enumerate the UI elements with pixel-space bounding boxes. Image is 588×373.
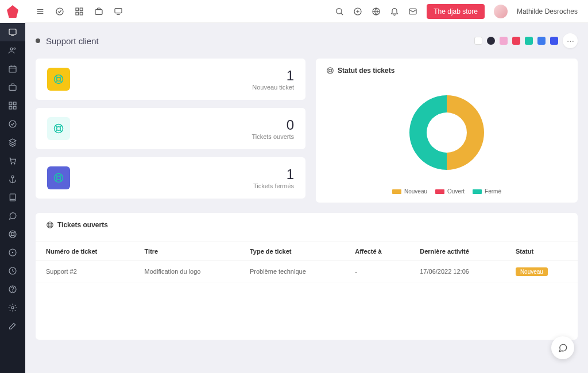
logo[interactable] (0, 0, 25, 23)
col-status: Statut (505, 242, 578, 261)
theme-color-6[interactable] (550, 37, 558, 45)
theme-color-3[interactable] (512, 37, 520, 45)
mail-icon[interactable] (408, 7, 417, 16)
svg-point-76 (49, 224, 52, 227)
col-type: Type de ticket (239, 242, 345, 261)
nav-cart[interactable] (0, 151, 25, 170)
chart-card: Statut des tickets Nouveau Ouvert Fermé (316, 59, 578, 203)
svg-rect-8 (9, 86, 16, 91)
svg-rect-12 (13, 106, 16, 109)
bell-icon[interactable] (390, 7, 399, 16)
legend-item: Ouvert (435, 188, 465, 195)
svg-point-58 (57, 127, 61, 131)
nav-calendar[interactable] (0, 60, 25, 78)
nav-layers[interactable] (0, 133, 25, 151)
nav-grid[interactable] (0, 96, 25, 115)
lifebuoy-icon (326, 67, 334, 75)
stat-card-closed: 1Tickets fermés (36, 157, 305, 199)
table-row[interactable]: Support #2 Modification du logo Problème… (36, 261, 578, 282)
store-button[interactable]: The djab store (427, 4, 485, 19)
col-activity: Dernière activité (409, 242, 505, 261)
lifebuoy-icon (47, 117, 70, 140)
svg-point-2 (10, 48, 13, 50)
nav-edit[interactable] (0, 317, 25, 335)
theme-color-2[interactable] (500, 37, 508, 45)
svg-rect-0 (9, 29, 16, 34)
theme-color-4[interactable] (525, 37, 533, 45)
nav-target[interactable] (0, 243, 25, 262)
grid-icon[interactable] (75, 7, 84, 16)
nav-users[interactable] (0, 41, 25, 60)
donut-chart (398, 84, 496, 181)
svg-rect-9 (9, 102, 12, 105)
svg-point-15 (14, 164, 15, 164)
stat-card-new: 1Nouveau ticket (36, 59, 305, 100)
menu-icon[interactable] (36, 7, 45, 16)
nav-check[interactable] (0, 115, 25, 133)
svg-point-35 (56, 8, 63, 15)
chat-fab[interactable] (551, 336, 574, 359)
theme-color-1[interactable] (487, 37, 495, 45)
sidebar (0, 0, 25, 373)
stat-label: Tickets fermés (253, 182, 294, 189)
svg-point-14 (11, 164, 11, 164)
username-label: Mathilde Desroches (517, 7, 578, 15)
nav-anchor[interactable] (0, 170, 25, 188)
theme-color-5[interactable] (537, 37, 546, 45)
svg-rect-18 (10, 194, 15, 201)
svg-rect-11 (9, 106, 12, 109)
svg-point-3 (14, 48, 16, 49)
svg-rect-10 (13, 102, 16, 105)
nav-briefcase[interactable] (0, 78, 25, 96)
svg-point-31 (11, 306, 14, 309)
stat-value: 1 (253, 166, 294, 182)
nav-clock[interactable] (0, 262, 25, 280)
theme-colors: ⋯ (474, 33, 578, 48)
svg-point-13 (9, 121, 16, 127)
nav-book[interactable] (0, 188, 25, 207)
page-title: Support client (46, 36, 99, 46)
svg-rect-41 (115, 8, 122, 13)
globe-icon[interactable] (372, 7, 381, 16)
topbar: The djab store Mathilde Desroches (25, 0, 588, 23)
col-title: Titre (134, 242, 239, 261)
briefcase-icon[interactable] (94, 7, 103, 16)
col-assignee: Affecté à (345, 242, 409, 261)
svg-point-27 (12, 252, 13, 252)
stat-card-open: 0Tickets ouverts (36, 108, 305, 149)
stat-label: Nouveau ticket (252, 84, 294, 91)
stat-value: 0 (252, 117, 294, 133)
lifebuoy-icon (46, 221, 54, 229)
svg-rect-4 (9, 66, 16, 72)
tickets-table-card: Tickets ouverts Numéro de ticket Titre T… (36, 213, 578, 340)
svg-point-16 (11, 176, 14, 178)
theme-color-0[interactable] (474, 37, 482, 45)
table-title: Tickets ouverts (57, 221, 108, 229)
svg-point-64 (57, 176, 61, 180)
nav-settings[interactable] (0, 298, 25, 317)
tickets-table: Numéro de ticket Titre Type de ticket Af… (36, 242, 578, 282)
svg-rect-37 (80, 8, 83, 11)
monitor-icon[interactable] (114, 7, 123, 16)
search-icon[interactable] (335, 7, 344, 16)
check-icon[interactable] (55, 7, 64, 16)
more-button[interactable]: ⋯ (563, 33, 578, 48)
lifebuoy-icon (47, 166, 70, 189)
page-dot-icon (36, 38, 40, 43)
svg-rect-36 (76, 8, 79, 11)
svg-rect-39 (80, 12, 83, 15)
legend-item: Fermé (473, 188, 501, 195)
svg-point-70 (329, 69, 332, 72)
svg-point-43 (336, 8, 342, 13)
svg-point-30 (13, 291, 13, 292)
nav-chat[interactable] (0, 207, 25, 225)
nav-dashboard[interactable] (0, 23, 25, 41)
svg-point-21 (11, 232, 14, 235)
add-icon[interactable] (353, 7, 362, 16)
stat-label: Tickets ouverts (252, 133, 294, 140)
legend-item: Nouveau (392, 188, 427, 195)
avatar[interactable] (494, 5, 508, 18)
svg-rect-40 (95, 9, 102, 14)
nav-support[interactable] (0, 225, 25, 243)
nav-help[interactable] (0, 280, 25, 298)
